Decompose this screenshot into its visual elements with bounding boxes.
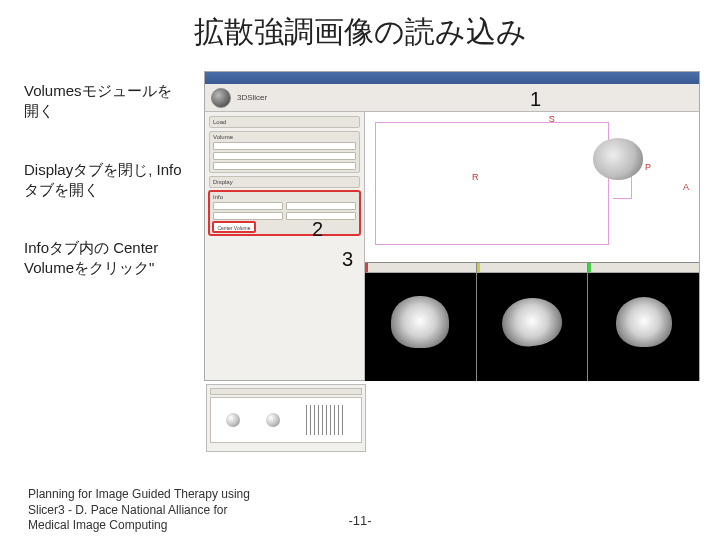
orientation-label-a: A [683, 182, 689, 192]
sphere-icon [266, 413, 280, 427]
window-titlebar [205, 72, 699, 84]
panel-field [286, 202, 356, 210]
app-label: 3DSlicer [237, 93, 267, 102]
instruction-step-3: Infoタブ内の Center Volumeをクリック" [20, 232, 190, 285]
brain-coronal-icon [616, 297, 672, 347]
panel-content [210, 397, 362, 443]
panel-field [213, 152, 356, 160]
brain-sagittal-icon [500, 295, 565, 349]
panel-section-volume: Volume [209, 131, 360, 173]
callout-1: 1 [530, 88, 541, 111]
bounding-box [375, 122, 609, 245]
slice-header [588, 263, 699, 273]
slice-header [477, 263, 588, 273]
sphere-icon [226, 413, 240, 427]
line-plot-icon [306, 405, 346, 435]
view-3d: S R P A [365, 112, 699, 262]
orientation-label-s: S [549, 114, 555, 124]
panel-field [213, 212, 283, 220]
slicer-logo-icon [211, 88, 231, 108]
panel-section-load: Load [209, 116, 360, 128]
instruction-step-1: Volumesモジュールを開く [20, 75, 190, 128]
app-screenshot: 3DSlicer Load Volume Display Info Center… [204, 71, 700, 381]
content-area: Volumesモジュールを開く Displayタブを閉じ, Infoタブを開く … [0, 71, 720, 381]
panel-field [213, 142, 356, 150]
slice-coronal [588, 263, 699, 381]
slide-title: 拡散強調画像の読み込み [0, 0, 720, 71]
orientation-label-r: R [472, 172, 479, 182]
callout-2: 2 [312, 218, 323, 241]
toolbar: 3DSlicer [205, 84, 699, 112]
instruction-column: Volumesモジュールを開く Displayタブを閉じ, Infoタブを開く … [20, 71, 190, 381]
panel-section-info: Info Center Volume [209, 191, 360, 235]
footer-credit: Planning for Image Guided Therapy using … [28, 487, 268, 534]
slice-sagittal [477, 263, 588, 381]
slice-axial [365, 263, 476, 381]
gradient-panel [206, 384, 366, 452]
page-number: -11- [348, 513, 371, 528]
slice-header [365, 263, 476, 273]
view-area: S R P A [365, 112, 699, 380]
slice-row [365, 263, 699, 381]
orientation-label-p: P [645, 162, 651, 172]
panel-header [210, 388, 362, 395]
app-body: Load Volume Display Info Center Volume [205, 112, 699, 380]
instruction-step-2: Displayタブを閉じ, Infoタブを開く [20, 154, 190, 207]
brain-axial-icon [391, 296, 449, 348]
callout-3: 3 [342, 248, 353, 271]
panel-label: Info [213, 194, 223, 200]
panel-label: Volume [213, 134, 233, 140]
panel-field [213, 202, 283, 210]
center-volume-button[interactable]: Center Volume [213, 222, 255, 232]
brain-3d-render [593, 138, 643, 180]
panel-section-display: Display [209, 176, 360, 188]
panel-field [213, 162, 356, 170]
module-panel: Load Volume Display Info Center Volume [205, 112, 365, 380]
